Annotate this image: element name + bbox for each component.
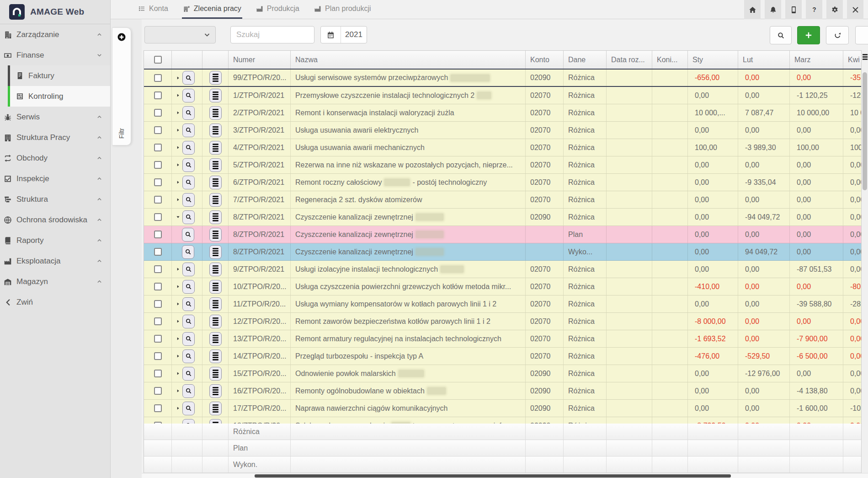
refresh-button[interactable]: [826, 26, 849, 44]
table-row[interactable]: 14/ZTPO/R/20...Przegląd turbozespołu - i…: [144, 348, 861, 365]
table-row[interactable]: 8/ZTPO/R/2021Czyszczenie kanalizacji zew…: [144, 243, 861, 261]
table-row[interactable]: 5/ZTPO/R/2021Rezerwa na inne niż wskazan…: [144, 156, 861, 174]
sidebar-item-struktura-pracy[interactable]: Struktura Pracy: [0, 127, 110, 148]
row-preview-button[interactable]: [182, 71, 195, 85]
row-preview-button[interactable]: [182, 106, 195, 120]
help-button[interactable]: ?: [806, 0, 822, 19]
row-preview-button[interactable]: [182, 297, 195, 311]
row-checkbox[interactable]: [154, 283, 162, 290]
row-list-button[interactable]: [209, 124, 222, 137]
sidebar-subitem-faktury[interactable]: Faktury: [8, 65, 110, 86]
row-checkbox[interactable]: [154, 352, 162, 360]
row-list-button[interactable]: [209, 332, 222, 346]
column-header-dane[interactable]: Dane: [564, 51, 607, 69]
sidebar-item-zwiń[interactable]: Zwiń: [0, 292, 110, 312]
vertical-scrollbar-thumb[interactable]: [863, 72, 867, 190]
row-preview-button[interactable]: [182, 124, 195, 137]
row-preview-button[interactable]: [182, 89, 195, 102]
table-row[interactable]: 2/ZTPO/R/2021Remont i konserwacja instal…: [144, 104, 861, 122]
row-preview-button[interactable]: [182, 280, 195, 294]
table-row[interactable]: 15/ZTPO/R/20...Odnowienie powłok malarsk…: [144, 365, 861, 382]
row-list-button[interactable]: [209, 263, 222, 276]
column-header-nazwa[interactable]: Nazwa: [291, 51, 526, 69]
caret-right-icon[interactable]: [176, 371, 181, 376]
caret-right-icon[interactable]: [176, 145, 181, 150]
sidebar-item-eksploatacja[interactable]: Eksploatacja: [0, 251, 110, 271]
settings-button[interactable]: [826, 0, 843, 19]
table-row[interactable]: 12/ZTPO/R/20...Remont zaworów bezpieczeń…: [144, 313, 861, 330]
row-list-button[interactable]: [209, 384, 222, 398]
row-checkbox[interactable]: [154, 178, 162, 186]
row-checkbox[interactable]: [154, 109, 162, 117]
row-list-button[interactable]: [209, 158, 222, 172]
table-row[interactable]: 99/ZTPO/R/20...Usługi serwisowe systemów…: [144, 70, 861, 87]
row-checkbox[interactable]: [154, 300, 162, 308]
table-row[interactable]: 6/ZTPO/R/2021Remont roczny całościowy - …: [144, 174, 861, 191]
caret-right-icon[interactable]: [176, 319, 181, 324]
row-checkbox[interactable]: [154, 231, 162, 238]
tab-zlecenia-pracy[interactable]: Zlecenia pracy: [182, 0, 242, 19]
column-header-koni-[interactable]: Koni...: [652, 51, 688, 69]
sidebar-item-finanse[interactable]: Finanse: [0, 45, 110, 65]
tab-konta[interactable]: Konta: [137, 0, 169, 19]
column-header-data-roz-[interactable]: Data roz...: [607, 51, 652, 69]
row-checkbox[interactable]: [154, 91, 162, 99]
notifications-button[interactable]: [765, 0, 781, 19]
column-header-marz[interactable]: Marz: [790, 51, 843, 69]
caret-right-icon[interactable]: [176, 336, 181, 341]
add-button[interactable]: [797, 26, 820, 44]
sidebar-subitem-kontroling[interactable]: Kontroling: [8, 86, 110, 107]
row-preview-button[interactable]: [182, 263, 195, 276]
table-row[interactable]: 3/ZTPO/R/2021Usługa usuwania awarii elek…: [144, 122, 861, 139]
row-list-button[interactable]: [209, 176, 222, 189]
caret-right-icon[interactable]: [176, 267, 181, 272]
caret-right-icon[interactable]: [176, 354, 181, 359]
caret-right-icon[interactable]: [176, 110, 181, 115]
select-all-checkbox[interactable]: [154, 56, 162, 64]
row-checkbox[interactable]: [154, 317, 162, 325]
table-row[interactable]: 11/ZTPO/R/20...Usługa wymiany kompensato…: [144, 295, 861, 313]
table-row[interactable]: 10/ZTPO/R/20...Usługa czyszczenia powier…: [144, 278, 861, 295]
column-header-empty[interactable]: [144, 51, 172, 69]
row-preview-button[interactable]: [182, 315, 195, 328]
search-input[interactable]: [230, 26, 314, 43]
row-preview-button[interactable]: [182, 384, 195, 398]
row-preview-button[interactable]: [182, 210, 195, 224]
table-row[interactable]: 8/ZTPO/R/2021Czyszczenie kanalizacji zew…: [144, 226, 861, 243]
sidebar-item-ochrona-środowiska[interactable]: Ochrona środowiska: [0, 209, 110, 230]
filter-dropdown[interactable]: [144, 26, 216, 43]
row-checkbox[interactable]: [154, 144, 162, 151]
caret-right-icon[interactable]: [176, 162, 181, 167]
caret-right-icon[interactable]: [176, 93, 181, 98]
row-list-button[interactable]: [209, 71, 222, 85]
tab-produkcja[interactable]: Produkcja: [255, 0, 300, 19]
caret-right-icon[interactable]: [176, 406, 181, 411]
row-list-button[interactable]: [209, 228, 222, 242]
sidebar-item-inspekcje[interactable]: Inspekcje: [0, 168, 110, 189]
tab-plan-produkcji[interactable]: Plan produkcji: [313, 0, 372, 19]
row-checkbox[interactable]: [154, 370, 162, 377]
row-preview-button[interactable]: [182, 349, 195, 363]
caret-right-icon[interactable]: [176, 388, 181, 393]
sidebar-item-magazyn[interactable]: Magazyn: [0, 271, 110, 292]
caret-right-icon[interactable]: [176, 128, 181, 133]
sidebar-item-struktura[interactable]: Struktura: [0, 189, 110, 209]
row-checkbox[interactable]: [154, 196, 162, 204]
row-checkbox[interactable]: [154, 404, 162, 412]
table-row[interactable]: 8/ZTPO/R/2021Czyszczenie kanalizacji zew…: [144, 209, 861, 226]
home-button[interactable]: [744, 0, 761, 19]
horizontal-scrollbar[interactable]: [142, 473, 868, 478]
table-row[interactable]: 1/ZTPO/R/2021Przemysłowe czyszczenie ins…: [144, 87, 861, 104]
sidebar-item-obchody[interactable]: Obchody: [0, 148, 110, 168]
row-list-button[interactable]: [209, 402, 222, 415]
table-row[interactable]: 17/ZTPO/R/20...Naprawa nawierzchni ciągó…: [144, 400, 861, 417]
row-preview-button[interactable]: [182, 367, 195, 381]
sidebar-item-raporty[interactable]: Raporty: [0, 230, 110, 251]
row-preview-button[interactable]: [182, 228, 194, 242]
row-list-button[interactable]: [209, 349, 222, 363]
column-header-numer[interactable]: Numer: [229, 51, 291, 69]
close-button[interactable]: [847, 0, 863, 19]
sidebar-item-serwis[interactable]: Serwis: [0, 107, 110, 127]
sidebar-item-zarządzanie[interactable]: Zarządzanie: [0, 24, 110, 45]
row-list-button[interactable]: [209, 297, 222, 311]
